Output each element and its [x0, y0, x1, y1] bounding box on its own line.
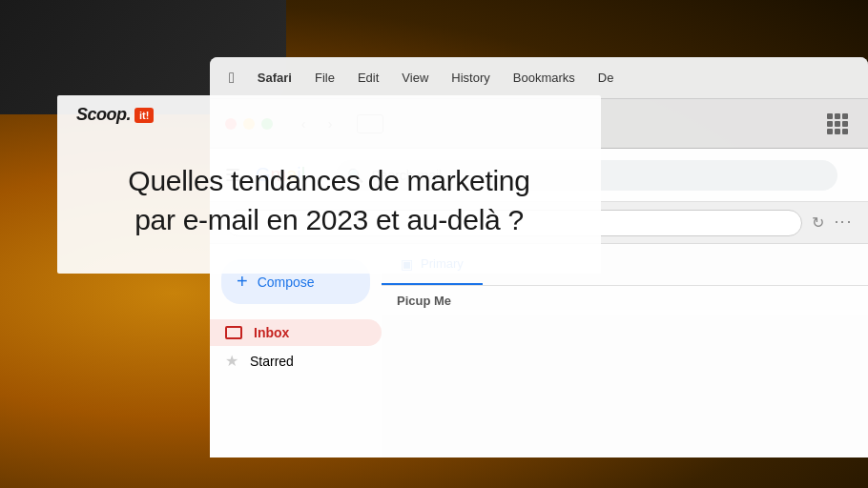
sidebar-item-inbox[interactable]: Inbox	[210, 319, 382, 346]
menu-edit[interactable]: Edit	[358, 71, 379, 85]
menu-history[interactable]: History	[451, 71, 489, 85]
email-sender: Picup Me	[397, 294, 451, 308]
email-item[interactable]: Picup Me	[382, 286, 868, 315]
menu-view[interactable]: View	[402, 71, 428, 85]
inbox-label: Inbox	[254, 325, 289, 340]
article-title-line1: Quelles tendances de marketing	[128, 165, 529, 196]
menu-develop[interactable]: De	[598, 71, 614, 85]
article-title: Quelles tendances de marketing par e-mai…	[95, 162, 563, 239]
reload-icon[interactable]: ↻	[812, 214, 824, 232]
compose-plus-icon: +	[237, 271, 248, 293]
compose-label: Compose	[258, 274, 315, 290]
inbox-icon	[225, 326, 242, 339]
more-options-icon[interactable]: ⋮	[833, 214, 854, 233]
gmail-sidebar: + Compose Inbox ★ Starred	[210, 244, 382, 458]
article-title-line2: par e-mail en 2023 et au-delà ?	[134, 204, 524, 235]
macos-menu-bar:  Safari File Edit View History Bookmark…	[210, 57, 868, 99]
gmail-body: + Compose Inbox ★ Starred ▣ Primary	[210, 244, 868, 458]
starred-label: Starred	[250, 354, 294, 369]
menu-file[interactable]: File	[315, 71, 335, 85]
sidebar-item-starred[interactable]: ★ Starred	[210, 346, 382, 376]
star-icon: ★	[225, 352, 238, 370]
grid-icon[interactable]	[822, 109, 853, 139]
email-list: ▣ Primary Picup Me	[382, 244, 868, 458]
apple-menu[interactable]: 	[229, 70, 235, 87]
scooplt-logo: Scoop. it!	[76, 105, 154, 125]
scoop-it-badge: it!	[134, 108, 154, 123]
menu-bookmarks[interactable]: Bookmarks	[513, 71, 575, 85]
scoop-text: Scoop.	[76, 105, 131, 125]
menu-safari[interactable]: Safari	[258, 71, 292, 85]
